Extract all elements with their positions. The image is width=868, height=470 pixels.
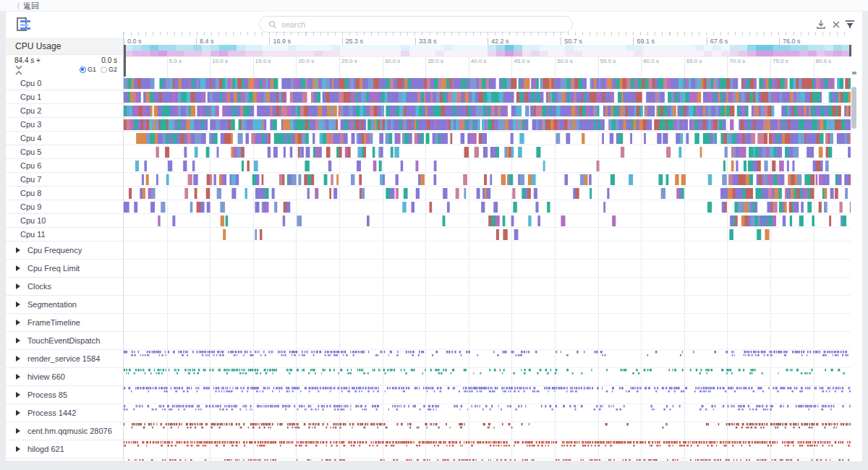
collapse-expand-chevrons[interactable]: [14, 64, 23, 76]
sidebar-row-toucheventdispatch[interactable]: TouchEventDispatch: [6, 332, 123, 350]
minimap-cell: [608, 45, 617, 51]
back-label: 返回: [23, 1, 39, 10]
search-box[interactable]: [259, 16, 573, 33]
search-icon: [268, 20, 277, 29]
minimap-cell: [271, 45, 279, 51]
expand-arrow-icon[interactable]: [16, 374, 20, 380]
expand-arrow-icon[interactable]: [16, 392, 20, 398]
minimap-cell: [833, 51, 842, 56]
minimap-cell: [505, 45, 514, 51]
filter-icon[interactable]: [845, 20, 855, 30]
radio-g2[interactable]: G2: [101, 66, 117, 73]
sidebar-row-cpu-3[interactable]: Cpu 3: [6, 118, 123, 132]
scrollbar-thumb[interactable]: [851, 87, 856, 129]
minimap-cell: [556, 45, 565, 51]
minimap-cell: [409, 45, 418, 51]
tracks-canvas[interactable]: [124, 77, 851, 461]
minimap-cell: [453, 45, 461, 51]
minimap-cell: [279, 45, 288, 51]
minimap-cell: [678, 51, 686, 56]
trace-panel-icon[interactable]: [14, 16, 32, 33]
ruler-minor-label: 40.0 s: [469, 58, 487, 64]
sidebar-row-render-service-1584[interactable]: render_service 1584: [6, 350, 123, 368]
minimap-cell: [340, 51, 349, 56]
minimap-cell: [721, 51, 730, 56]
expand-arrow-icon[interactable]: [16, 446, 20, 452]
row-label: TouchEventDispatch: [27, 336, 100, 345]
minimap-cell: [383, 45, 392, 51]
expand-arrow-icon[interactable]: [16, 338, 20, 343]
sidebar-row-clocks[interactable]: Clocks: [6, 278, 123, 296]
minimap-cell: [747, 51, 756, 56]
sidebar-row-cpu-0[interactable]: Cpu 0: [6, 77, 123, 90]
sidebar-row-cpu-9[interactable]: Cpu 9: [6, 200, 123, 214]
expand-arrow-icon[interactable]: [16, 356, 20, 362]
minimap-cell: [288, 51, 297, 56]
sidebar-row-segmentation[interactable]: Segmentation: [6, 296, 123, 314]
sidebar-row-cpu-10[interactable]: Cpu 10: [6, 214, 123, 228]
minimap-cell: [765, 51, 773, 56]
sidebar-row-cpu-4[interactable]: Cpu 4: [6, 132, 123, 145]
sidebar-row-cpu-7[interactable]: Cpu 7: [6, 173, 123, 187]
cpu-usage-minimap[interactable]: [124, 45, 851, 56]
ruler-major-label: 67.6 s: [707, 38, 728, 45]
minimap-cell: [254, 51, 263, 56]
minimap-cell: [747, 45, 756, 51]
sidebar-row-hiview-660[interactable]: hiview 660: [6, 368, 123, 386]
expand-arrow-icon[interactable]: [16, 428, 20, 434]
minimap-cell: [288, 45, 297, 51]
sidebar-row-process-85[interactable]: Process 85: [6, 386, 123, 404]
minimap-cell: [357, 45, 366, 51]
row-label: render_service 1584: [27, 354, 100, 363]
ruler-major-label: 76.0 s: [779, 38, 801, 45]
minimap-cell: [158, 51, 167, 56]
range-handle-right[interactable]: [849, 45, 851, 56]
sidebar-row-process-1442[interactable]: Process 1442: [6, 404, 123, 422]
radio-button-icon[interactable]: [80, 67, 86, 73]
sidebar-row-cpu-freq-limit[interactable]: Cpu Freq Limit: [6, 260, 123, 278]
sidebar-row-cent-hm-qqmusic-28076[interactable]: cent.hm.qqmusic 28076: [6, 422, 123, 440]
track-canvas-area[interactable]: [123, 77, 851, 461]
expand-arrow-icon[interactable]: [16, 320, 20, 325]
minimap-cell: [556, 51, 565, 56]
minimap-cell: [401, 45, 409, 51]
minimap-cell: [686, 45, 695, 51]
minimap-cell: [548, 45, 556, 51]
minimap-cell: [531, 45, 540, 51]
vertical-scrollbar[interactable]: [851, 77, 857, 461]
search-input[interactable]: [281, 20, 572, 29]
radio-button-icon[interactable]: [101, 67, 107, 73]
minimap-cell: [540, 51, 548, 56]
expand-arrow-icon[interactable]: [16, 247, 20, 253]
minimap-cell: [435, 51, 444, 56]
minimap-cell: [470, 51, 479, 56]
sidebar-row-frametimeline[interactable]: FrameTimeline: [6, 314, 123, 332]
sidebar-row-cpu-8[interactable]: Cpu 8: [6, 187, 123, 200]
close-icon[interactable]: [831, 20, 841, 30]
minimap-cell: [600, 51, 608, 56]
sidebar-row-cpu-1[interactable]: Cpu 1: [6, 90, 123, 104]
minimap-cell: [791, 51, 799, 56]
cpu-usage-title: CPU Usage: [6, 38, 123, 55]
expand-arrow-icon[interactable]: [16, 410, 20, 416]
sidebar-row-cpu-frequency[interactable]: Cpu Frequency: [6, 242, 123, 260]
minimap-cell: [817, 45, 825, 51]
range-handle-left[interactable]: [124, 45, 126, 77]
minimap-cell: [210, 45, 219, 51]
minimap-cell: [237, 51, 245, 56]
expand-arrow-icon[interactable]: [16, 283, 20, 289]
minimap-cell: [634, 45, 643, 51]
sidebar-row-cpu-5[interactable]: Cpu 5: [6, 145, 123, 159]
sidebar-row-partial[interactable]: [6, 458, 123, 461]
expand-arrow-icon[interactable]: [16, 265, 20, 271]
sidebar-row-cpu-11[interactable]: Cpu 11: [6, 228, 123, 242]
radio-g1[interactable]: G1: [80, 66, 96, 73]
sidebar-row-cpu-2[interactable]: Cpu 2: [6, 104, 123, 118]
download-icon[interactable]: [816, 20, 826, 30]
expand-arrow-icon[interactable]: [16, 302, 20, 307]
back-button[interactable]: 〈返回: [13, 1, 39, 12]
minimap-cell: [444, 45, 453, 51]
sidebar-row-cpu-6[interactable]: Cpu 6: [6, 159, 123, 173]
sidebar-row-hilogd-621[interactable]: hilogd 621: [6, 440, 123, 458]
minimap-cell: [202, 51, 210, 56]
